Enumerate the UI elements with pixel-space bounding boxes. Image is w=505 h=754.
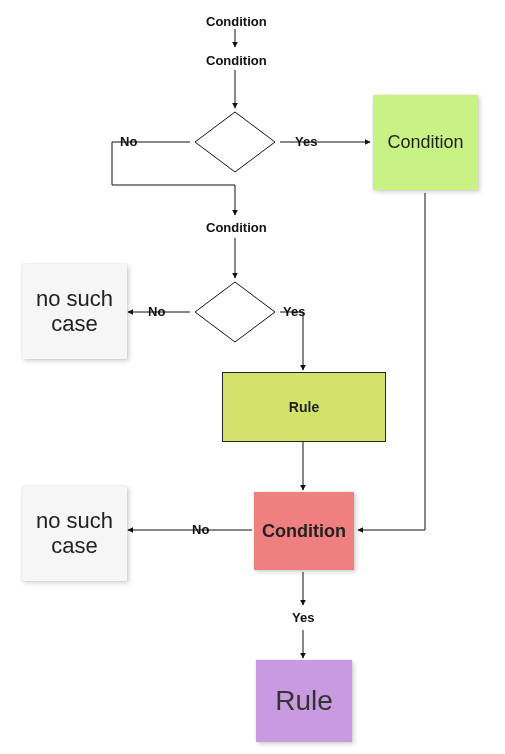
yes-label-2: Yes [283, 304, 305, 319]
decision-2 [193, 280, 277, 344]
rule-box-text: Rule [283, 393, 325, 421]
sticky-purple-text: Rule [269, 681, 339, 721]
no-label-2: No [148, 304, 165, 319]
no-label-1: No [120, 134, 137, 149]
condition-label-2: Condition [206, 53, 267, 68]
svg-marker-10 [195, 282, 275, 342]
yes-label-1: Yes [295, 134, 317, 149]
sticky-no-such-case-2: no such case [22, 486, 127, 581]
decision-1 [193, 110, 277, 174]
rule-process-box: Rule [222, 372, 386, 442]
sticky-nsc2-text: no such case [22, 503, 127, 563]
sticky-red-text: Condition [256, 515, 352, 548]
sticky-green-text: Condition [381, 126, 469, 159]
sticky-red-condition: Condition [254, 492, 354, 570]
sticky-no-such-case-1: no such case [22, 264, 127, 359]
sticky-nsc1-text: no such case [22, 281, 127, 341]
condition-label-3: Condition [206, 220, 267, 235]
sticky-purple-rule: Rule [256, 660, 352, 742]
svg-marker-9 [195, 112, 275, 172]
condition-label-1: Condition [206, 14, 267, 29]
yes-label-3: Yes [292, 610, 314, 625]
sticky-green-condition: Condition [373, 95, 478, 190]
no-label-3: No [192, 522, 209, 537]
flowchart-canvas: { "labels": { "condition_top": "Conditio… [0, 0, 505, 754]
